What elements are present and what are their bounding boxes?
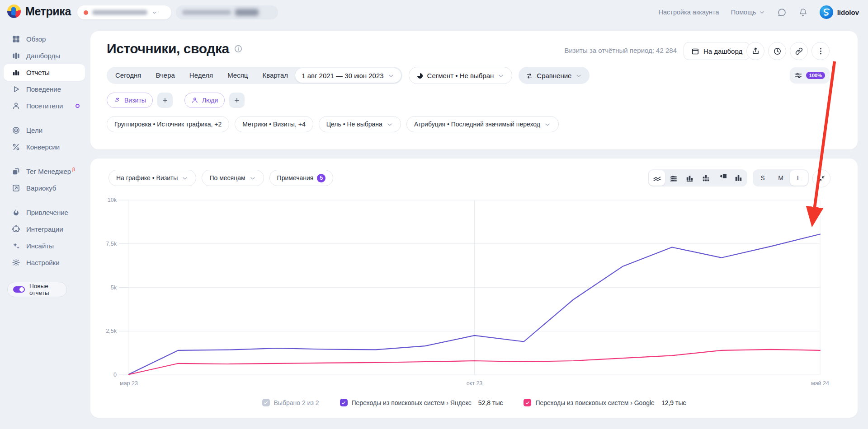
metric-chip-visits[interactable]: Визиты <box>107 93 153 108</box>
filter-pills-row: Группировка • Источник трафика, +2 Метри… <box>107 116 559 132</box>
traffic-chart[interactable]: 02,5k5k7,5k10kмар 23окт 23май 24 <box>90 159 858 418</box>
svg-text:10k: 10k <box>108 197 117 203</box>
user-menu[interactable]: lidolov <box>820 5 859 19</box>
filter-pill-label: Цель • Не выбрана <box>326 121 382 128</box>
conversions-icon <box>12 143 20 151</box>
chevron-down-icon <box>497 71 505 79</box>
sidebar-item-label: Отчеты <box>26 69 50 76</box>
period-tab-неделя[interactable]: Неделя <box>182 68 220 83</box>
compare-icon <box>526 71 533 79</box>
overview-icon <box>12 35 20 43</box>
sidebar-item-integrations[interactable]: Интеграции <box>4 221 85 238</box>
counter-tag-secondary[interactable] <box>176 5 278 19</box>
sidebar-item-dashboards[interactable]: Дашборды <box>4 47 85 64</box>
sidebar-item-goals[interactable]: Цели <box>4 122 85 139</box>
svg-text:2,5k: 2,5k <box>106 328 117 334</box>
person-icon <box>191 97 198 104</box>
legend-series-name: Переходы из поисковых систем › Яндекс <box>352 399 472 406</box>
chat-icon[interactable] <box>777 8 787 17</box>
period-tab-квартал[interactable]: Квартал <box>255 68 295 83</box>
sidebar-item-label: Цели <box>26 126 42 134</box>
legend-selected-label: Выбрано 2 из 2 <box>274 399 319 406</box>
topbar: Метрика Настройка аккаунта Помощь lidolo… <box>0 0 868 24</box>
counter-tag-current[interactable] <box>77 5 171 19</box>
filter-pill-label: Метрики • Визиты, +4 <box>242 121 305 128</box>
counter-name-redacted <box>182 10 231 15</box>
sidebar-item-label: Конверсии <box>26 143 60 151</box>
visits-period-summary: Визиты за отчётный период: 42 284 <box>564 47 677 54</box>
counter-id-redacted <box>235 9 259 16</box>
help-menu[interactable]: Помощь <box>731 8 765 16</box>
new-reports-toggle[interactable]: Новые отчеты <box>7 282 67 297</box>
sidebar-item-label: Инсайты <box>26 242 54 250</box>
sidebar: Обзор Дашборды Отчеты Поведение Посетите… <box>0 31 89 297</box>
svg-text:7,5k: 7,5k <box>106 241 117 247</box>
sidebar-item-conversions[interactable]: Конверсии <box>4 139 85 155</box>
report-header-card: Источники, сводка Визиты за отчётный пер… <box>90 31 858 149</box>
segment-selector[interactable]: Сегмент • Не выбран <box>409 67 513 84</box>
chevron-down-icon <box>387 71 395 79</box>
legend-item-1[interactable]: Переходы из поисковых систем › Google 12… <box>524 399 686 406</box>
more-actions-button[interactable] <box>811 42 830 60</box>
metric-chip-people[interactable]: Люди <box>184 93 225 108</box>
sidebar-item-overview[interactable]: Обзор <box>4 31 85 47</box>
sampling-button[interactable]: 100% <box>790 67 830 84</box>
dashboards-icon <box>12 51 20 60</box>
metrika-logo[interactable]: Метрика <box>7 5 71 18</box>
export-button[interactable] <box>746 42 764 60</box>
tag-manager-icon <box>12 167 20 176</box>
sidebar-item-label: Настройки <box>26 259 60 266</box>
sidebar-item-reports[interactable]: Отчеты <box>4 64 85 81</box>
period-tab-месяц[interactable]: Месяц <box>220 68 255 83</box>
sliders-icon <box>794 71 802 80</box>
bell-icon[interactable] <box>798 8 808 17</box>
comparison-selector[interactable]: Сравнение <box>519 67 590 84</box>
filter-pill-0[interactable]: Группировка • Источник трафика, +2 <box>107 116 229 132</box>
chevron-down-icon <box>575 71 582 79</box>
settings-icon <box>12 258 20 267</box>
kebab-icon <box>816 47 825 56</box>
legend-series-total: 12,9 тыс <box>661 399 686 406</box>
reports-icon <box>12 68 20 77</box>
chart-legend: Выбрано 2 из 2 Переходы из поисковых сис… <box>90 399 858 406</box>
sidebar-item-variocube[interactable]: Вариокуб <box>4 180 85 196</box>
metric-chips-row: Визиты Люди <box>107 93 245 108</box>
copy-link-button[interactable] <box>790 42 808 60</box>
sidebar-item-visitors[interactable]: Посетители <box>4 98 85 114</box>
legend-series-name: Переходы из поисковых систем › Google <box>535 399 654 406</box>
sidebar-group: Привлечение Интеграции Инсайты Настройки <box>0 204 89 271</box>
sidebar-item-behavior[interactable]: Поведение <box>4 81 85 98</box>
period-tab-вчера[interactable]: Вчера <box>149 68 182 83</box>
filter-pill-label: Группировка • Источник трафика, +2 <box>114 121 222 128</box>
to-dashboard-button[interactable]: На дашборд <box>684 42 750 60</box>
period-tab-сегодня[interactable]: Сегодня <box>108 68 149 83</box>
insights-icon <box>12 242 20 250</box>
sidebar-item-settings[interactable]: Настройки <box>4 254 85 271</box>
sidebar-item-insights[interactable]: Инсайты <box>4 238 85 254</box>
svg-text:май 24: май 24 <box>811 380 829 387</box>
add-metric-button[interactable] <box>229 93 245 108</box>
filter-pill-label: Атрибуция • Последний значимый переход <box>414 121 540 128</box>
toggle-on-icon <box>13 286 25 293</box>
sidebar-item-attraction[interactable]: Привлечение <box>4 204 85 221</box>
filter-pill-1[interactable]: Метрики • Визиты, +4 <box>235 116 313 132</box>
new-reports-label: Новые отчеты <box>29 283 61 296</box>
page-title: Источники, сводка <box>107 41 229 56</box>
filter-pill-3[interactable]: Атрибуция • Последний значимый переход <box>406 116 559 132</box>
behavior-icon <box>12 85 20 93</box>
info-icon[interactable] <box>234 44 243 53</box>
visitors-icon <box>12 102 20 110</box>
legend-item-0[interactable]: Переходы из поисковых систем › Яндекс 52… <box>340 399 503 406</box>
history-button[interactable] <box>768 42 786 60</box>
sidebar-item-tag-manager[interactable]: Тег Менеджерβ <box>4 163 85 180</box>
chevron-down-icon <box>759 8 765 16</box>
visitors-indicator-dot <box>75 104 80 108</box>
legend-select-all[interactable]: Выбрано 2 из 2 <box>262 399 319 406</box>
variocube-icon <box>12 184 20 192</box>
filter-pill-2[interactable]: Цель • Не выбрана <box>319 116 401 132</box>
date-range-selector[interactable]: 1 авг 2021 — 30 июн 2023 <box>295 68 401 83</box>
add-metric-button[interactable] <box>157 93 173 108</box>
avatar <box>820 5 833 19</box>
account-settings-link[interactable]: Настройка аккаунта <box>658 9 719 16</box>
chart-card: На графике • Визиты По месяцам Примечани… <box>90 159 858 418</box>
